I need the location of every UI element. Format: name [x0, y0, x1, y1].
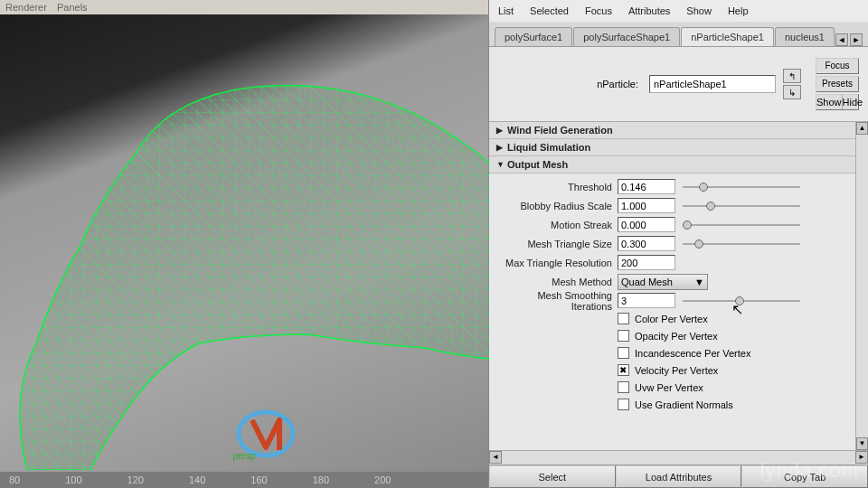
scroll-down-icon[interactable]: ▼	[856, 437, 868, 450]
bottom-button-bar: Select Load Attributes Copy Tab	[489, 465, 868, 488]
velocity-per-vertex-label: Velocity Per Vertex	[635, 365, 718, 376]
blobby-radius-label: Blobby Radius Scale	[496, 201, 612, 211]
section-output-mesh[interactable]: ▼ Output Mesh	[489, 156, 868, 174]
scroll-right-icon[interactable]: ►	[855, 451, 868, 464]
opacity-per-vertex-label: Opacity Per Vertex	[635, 331, 718, 342]
motion-streak-label: Motion Streak	[496, 220, 612, 230]
menu-focus[interactable]: Focus	[585, 5, 612, 16]
horizontal-scrollbar[interactable]: ◄ ►	[489, 450, 868, 465]
mesh-triangle-size-slider[interactable]	[683, 238, 800, 250]
hide-button[interactable]: Hide	[843, 95, 863, 109]
opacity-per-vertex-checkbox[interactable]	[618, 330, 629, 342]
node-tabs: polySurface1 polySurfaceShape1 nParticle…	[489, 22, 868, 47]
menu-selected[interactable]: Selected	[530, 5, 569, 16]
mesh-triangle-size-label: Mesh Triangle Size	[496, 239, 612, 249]
uvw-per-vertex-checkbox[interactable]	[618, 381, 629, 393]
use-gradient-normals-label: Use Gradient Normals	[635, 399, 733, 410]
blobby-radius-slider[interactable]	[683, 200, 800, 212]
collapse-arrow-icon: ▶	[496, 126, 507, 135]
scroll-left-icon[interactable]: ◄	[489, 451, 502, 464]
mesh-smoothing-slider[interactable]	[683, 295, 800, 307]
mesh-wireframe	[0, 36, 542, 470]
incandescence-per-vertex-checkbox[interactable]	[618, 347, 629, 359]
threshold-input[interactable]	[618, 179, 675, 194]
mesh-triangle-size-input[interactable]	[618, 236, 675, 251]
panels-menu[interactable]: Panels	[57, 2, 88, 13]
threshold-slider[interactable]	[683, 181, 800, 193]
vertical-scrollbar[interactable]: ▲ ▼	[855, 122, 868, 450]
viewport-menu: Renderer Panels	[0, 0, 488, 14]
tab-scroll-left-icon[interactable]: ◄	[835, 33, 848, 46]
mesh-smoothing-input[interactable]	[618, 293, 675, 308]
tab-nucleus1[interactable]: nucleus1	[775, 27, 835, 46]
color-per-vertex-label: Color Per Vertex	[635, 314, 708, 324]
expand-arrow-icon: ▼	[496, 160, 507, 169]
go-out-icon[interactable]: ↰	[783, 69, 801, 83]
scroll-up-icon[interactable]: ▲	[856, 122, 868, 135]
copy-tab-button[interactable]: Copy Tab	[741, 465, 868, 488]
attribute-sections: ▶ Wind Field Generation ▶ Liquid Simulat…	[489, 121, 868, 450]
max-triangle-res-label: Max Triangle Resolution	[496, 258, 612, 268]
dropdown-arrow-icon: ▼	[694, 277, 704, 287]
focus-button[interactable]: Focus	[816, 58, 859, 74]
motion-streak-input[interactable]	[618, 217, 675, 232]
attribute-editor: List Selected Focus Attributes Show Help…	[489, 0, 868, 488]
tab-nparticleshape1[interactable]: nParticleShape1	[681, 27, 774, 46]
color-per-vertex-checkbox[interactable]	[618, 313, 629, 324]
mesh-method-label: Mesh Method	[496, 277, 612, 287]
mesh-method-select[interactable]: Quad Mesh ▼	[618, 274, 708, 290]
uvw-per-vertex-label: Uvw Per Vertex	[635, 382, 703, 393]
section-wind-field[interactable]: ▶ Wind Field Generation	[489, 122, 868, 139]
timeline-ruler[interactable]: 80 100 120 140 160 180 200	[0, 472, 488, 488]
node-type-label: nParticle:	[597, 79, 638, 89]
panel-menubar: List Selected Focus Attributes Show Help	[489, 0, 868, 22]
node-name-input[interactable]	[649, 75, 776, 93]
go-in-icon[interactable]: ↳	[783, 85, 801, 99]
menu-attributes[interactable]: Attributes	[628, 5, 670, 16]
motion-streak-slider[interactable]	[683, 219, 800, 231]
menu-list[interactable]: List	[498, 5, 514, 16]
velocity-per-vertex-checkbox[interactable]: ✖	[618, 364, 629, 376]
tab-scroll-right-icon[interactable]: ►	[850, 33, 863, 46]
blobby-radius-input[interactable]	[618, 198, 675, 213]
use-gradient-normals-checkbox[interactable]	[618, 399, 629, 410]
mesh-smoothing-label: Mesh Smoothing Iterations	[496, 290, 612, 312]
menu-help[interactable]: Help	[728, 5, 749, 16]
menu-show[interactable]: Show	[686, 5, 712, 16]
threshold-label: Threshold	[496, 182, 612, 192]
max-triangle-res-input[interactable]	[618, 255, 675, 270]
camera-label: persp	[232, 451, 255, 461]
tab-polysurfaceshape1[interactable]: polySurfaceShape1	[573, 27, 680, 46]
collapse-arrow-icon: ▶	[496, 143, 507, 152]
output-mesh-body: Threshold Blobby Radius Scale Motion Str…	[489, 174, 868, 417]
viewport-3d[interactable]: Renderer Panels persp 80 100 120 140 160…	[0, 0, 489, 488]
load-attributes-button[interactable]: Load Attributes	[616, 465, 742, 488]
presets-button[interactable]: Presets	[816, 76, 859, 92]
incandescence-per-vertex-label: Incandescence Per Vertex	[635, 348, 750, 359]
section-liquid-simulation[interactable]: ▶ Liquid Simulation	[489, 139, 868, 156]
show-button[interactable]: Show	[816, 95, 843, 109]
node-name-row: nParticle: ↰ ↳ Focus Presets Show Hide	[489, 47, 868, 121]
renderer-menu[interactable]: Renderer	[5, 2, 47, 13]
